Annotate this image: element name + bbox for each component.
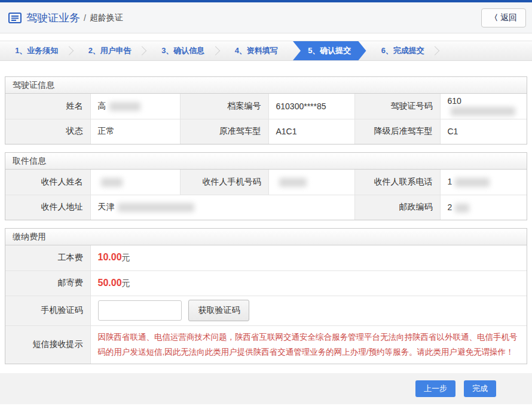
table-row: 手机验证码 获取验证码 (5, 296, 527, 325)
section-title: 缴纳费用 (5, 229, 527, 245)
table-row: 邮寄费 50.00元 (5, 270, 527, 296)
work-fee-amount: 10.00 (98, 252, 122, 262)
sms-code-cell: 获取验证码 (90, 296, 527, 325)
field-label: 短信接收提示 (5, 325, 90, 364)
step-1-business-notice: 1、业务须知 (0, 41, 74, 60)
footer-action-bar: 上一步 完成 (0, 373, 532, 404)
field-label: 收件人手机号码 (180, 170, 268, 195)
section-title: 驾驶证信息 (5, 77, 527, 94)
field-label: 收件人联系电话 (354, 170, 440, 195)
step-separator-icon (430, 46, 440, 56)
field-value-recipient-name (90, 170, 180, 195)
field-label: 工本费 (5, 245, 90, 270)
table-row: 工本费 10.00元 (5, 245, 527, 270)
step-label: 1、业务须知 (15, 45, 58, 56)
field-label: 姓名 (5, 94, 90, 119)
redacted-blob (455, 178, 490, 187)
back-button-label: 返回 (500, 13, 517, 23)
mail-fee-amount: 50.00 (98, 278, 122, 288)
step-label: 3、确认信息 (161, 45, 204, 56)
pickup-info-section: 取件信息 收件人姓名 收件人手机号码 收件人联系电话 1 收件人地址 天津 邮政… (5, 152, 527, 220)
get-sms-code-button[interactable]: 获取验证码 (188, 300, 249, 321)
license-info-section: 驾驶证信息 姓名 高 档案编号 610300****85 驾驶证号码 610 状… (5, 76, 527, 144)
field-value-downgraded-class: C1 (440, 119, 527, 144)
step-separator-icon (137, 46, 147, 56)
redacted-blob (118, 203, 194, 212)
currency-unit: 元 (122, 253, 130, 262)
step-5-confirm-submit-active: 5、确认提交 (293, 41, 366, 60)
field-label: 收件人姓名 (5, 170, 90, 195)
field-value-recipient-mobile (268, 170, 354, 195)
fees-section: 缴纳费用 工本费 10.00元 邮寄费 50.00元 手机验证码 获取验证码 短… (5, 228, 527, 364)
field-value-original-class: A1C1 (268, 119, 354, 144)
section-title: 取件信息 (5, 153, 527, 170)
sms-code-input[interactable] (98, 300, 182, 321)
table-row: 状态 正常 原准驾车型 A1C1 降级后准驾车型 C1 (5, 119, 527, 144)
step-label: 6、完成提交 (381, 45, 424, 56)
table-row: 收件人姓名 收件人手机号码 收件人联系电话 1 (5, 170, 527, 195)
redacted-blob (101, 178, 123, 187)
field-label: 收件人地址 (5, 195, 90, 220)
field-value-work-fee: 10.00元 (90, 245, 527, 270)
field-label: 驾驶证号码 (354, 94, 440, 119)
field-label: 邮政编码 (354, 195, 440, 220)
field-value-postal-code: 2 (440, 195, 527, 220)
finish-button[interactable]: 完成 (464, 380, 496, 397)
license-service-icon (8, 13, 22, 23)
step-label: 4、资料填写 (235, 45, 278, 56)
back-chevron-icon: 〈 (490, 13, 498, 23)
step-label: 5、确认提交 (308, 45, 351, 56)
field-value-status: 正常 (90, 119, 180, 144)
step-4-fill-info: 4、资料填写 (220, 41, 293, 60)
redacted-blob (279, 178, 307, 187)
step-2-user-declaration: 2、用户申告 (74, 41, 147, 60)
redacted-blob (455, 204, 469, 213)
table-row: 收件人地址 天津 邮政编码 2 (5, 195, 527, 220)
sms-notice-cell: 因陕西省联通、电信运营商技术问题，陕西省互联网交通安全综合服务管理平台无法向持陕… (90, 325, 527, 364)
field-value-recipient-address: 天津 (90, 195, 354, 220)
step-3-confirm-info: 3、确认信息 (146, 41, 220, 60)
field-label: 原准驾车型 (180, 119, 268, 144)
page-subtitle: 超龄换证 (90, 13, 123, 23)
step-separator-icon (210, 46, 220, 56)
field-label: 档案编号 (180, 94, 268, 119)
breadcrumb-separator: / (84, 13, 86, 23)
field-value-file-number: 610300****85 (268, 94, 354, 119)
back-button[interactable]: 〈 返回 (481, 8, 526, 27)
step-separator-icon (64, 46, 74, 56)
page-title: 驾驶证业务 (26, 11, 80, 25)
redacted-blob (109, 102, 140, 111)
currency-unit: 元 (122, 278, 130, 288)
field-label: 状态 (5, 119, 90, 144)
step-wizard: 1、业务须知 2、用户申告 3、确认信息 4、资料填写 5、确认提交 6、完成提… (0, 41, 532, 61)
page-header: 驾驶证业务 / 超龄换证 〈 返回 (0, 2, 532, 33)
field-value-recipient-phone: 1 (440, 170, 527, 195)
fees-table: 工本费 10.00元 邮寄费 50.00元 手机验证码 获取验证码 短信接收提示… (5, 245, 527, 364)
field-label: 邮寄费 (5, 270, 90, 296)
field-label: 手机验证码 (5, 296, 90, 325)
field-value-license-number: 610 (440, 94, 527, 119)
previous-step-button[interactable]: 上一步 (415, 380, 455, 397)
pickup-info-table: 收件人姓名 收件人手机号码 收件人联系电话 1 收件人地址 天津 邮政编码 2 (5, 170, 527, 220)
table-row: 姓名 高 档案编号 610300****85 驾驶证号码 610 (5, 94, 527, 119)
field-label: 降级后准驾车型 (354, 119, 440, 144)
field-value-mail-fee: 50.00元 (90, 270, 527, 296)
license-info-table: 姓名 高 档案编号 610300****85 驾驶证号码 610 状态 正常 原… (5, 94, 527, 144)
field-value-name: 高 (90, 94, 180, 119)
step-6-complete-submit: 6、完成提交 (366, 41, 440, 60)
step-label: 2、用户申告 (88, 45, 132, 56)
redacted-blob (451, 107, 515, 116)
table-row: 短信接收提示 因陕西省联通、电信运营商技术问题，陕西省互联网交通安全综合服务管理… (5, 325, 527, 364)
sms-notice-text: 因陕西省联通、电信运营商技术问题，陕西省互联网交通安全综合服务管理平台无法向持陕… (98, 326, 527, 363)
